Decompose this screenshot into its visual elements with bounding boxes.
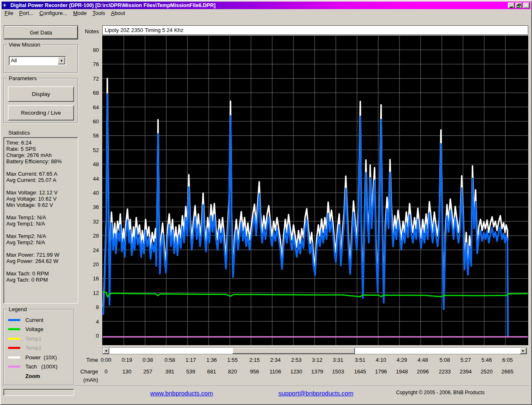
scroll-right-arrow-icon[interactable]: ► (520, 348, 527, 354)
y-axis-tick: 40 (93, 190, 99, 196)
y-axis-tick: 8 (96, 304, 99, 310)
y-axis-tick: 12 (93, 290, 99, 296)
menu-item-mode[interactable]: Mode (70, 9, 90, 17)
legend-item-label: Temp1 (25, 336, 42, 342)
website-link[interactable]: www.bnbproducts.com (150, 390, 213, 397)
parameters-group: Parameters Display Recording / Live (3, 78, 78, 123)
mission-select[interactable]: All ▼ (9, 56, 66, 65)
close-button[interactable]: × (523, 2, 530, 8)
y-axis-tick: 64 (93, 104, 99, 110)
menu-item-file[interactable]: File (2, 9, 16, 17)
time-tick: 0:19 (122, 357, 132, 363)
time-tick: 0:00 (101, 357, 111, 363)
notes-label: Notes (85, 28, 99, 34)
menu-item-port[interactable]: Port... (16, 9, 37, 17)
charge-axis-unit: (mAh) (80, 377, 98, 383)
y-axis-tick: 72 (93, 75, 99, 81)
time-tick-row: 0:000:190:380:581:171:361:552:152:342:53… (102, 357, 528, 363)
app-window: ✈ Digital Power Recorder (DPR-100) [D:\r… (0, 0, 532, 405)
title-bar[interactable]: ✈ Digital Power Recorder (DPR-100) [D:\r… (2, 2, 530, 9)
legend-swatch-voltage (8, 328, 20, 330)
time-tick: 3:31 (333, 357, 343, 363)
charge-tick: 1796 (375, 368, 387, 375)
chevron-down-icon[interactable]: ▼ (58, 57, 65, 64)
time-tick: 2:34 (270, 357, 281, 363)
time-tick: 6:05 (502, 357, 512, 363)
y-axis-tick: 28 (93, 233, 99, 239)
time-tick: 0:58 (165, 357, 175, 363)
y-axis-tick: 56 (93, 133, 99, 139)
y-axis-tick: 68 (93, 90, 99, 96)
legend-zoom-label[interactable]: Zoom (8, 371, 71, 381)
time-tick: 4:48 (418, 357, 428, 363)
time-tick: 2:53 (291, 357, 301, 363)
y-axis-tick: 20 (93, 261, 99, 268)
mission-selected-value: All (9, 56, 57, 65)
time-tick: 1:36 (206, 357, 217, 363)
legend-item-temp1[interactable]: Temp1 (8, 334, 71, 344)
minimize-icon (510, 7, 513, 7)
charge-tick-row: 0130257391539681820956110612301379150316… (102, 368, 528, 375)
menu-item-tools[interactable]: Tools (89, 9, 108, 17)
menu-item-configure[interactable]: Configure... (37, 9, 70, 17)
y-axis-tick: 4 (96, 318, 99, 324)
charge-tick: 0 (104, 368, 107, 375)
y-axis-tick: 36 (93, 204, 99, 210)
legend-item-label: Voltage (25, 326, 43, 332)
legend-item-voltage[interactable]: Voltage (8, 325, 71, 334)
charge-tick: 2665 (502, 368, 514, 375)
chart-horizontal-scrollbar[interactable]: ◄ ► (102, 347, 527, 354)
time-tick: 5:08 (439, 357, 450, 363)
charge-tick: 2394 (460, 368, 472, 375)
legend-item-power[interactable]: Power (10X) (8, 353, 71, 362)
charge-tick: 2520 (480, 368, 493, 375)
charge-tick: 539 (186, 368, 195, 375)
menu-item-about[interactable]: About (108, 9, 128, 17)
statistics-label: Statistics (8, 130, 30, 136)
chart-svg (102, 35, 528, 345)
display-button[interactable]: Display (8, 86, 74, 102)
charge-tick: 1948 (396, 368, 408, 375)
legend-item-current[interactable]: Current (8, 315, 71, 325)
time-tick: 4:29 (397, 357, 407, 363)
y-axis-tick: 60 (93, 118, 99, 125)
window-title: Digital Power Recorder (DPR-100) [D:\rc\… (10, 2, 216, 8)
minimize-button[interactable] (508, 2, 515, 8)
progress-bar (3, 389, 74, 396)
time-tick: 2:15 (249, 357, 260, 363)
legend-items: CurrentVoltageTemp1Temp2Power (10X)Tach … (8, 315, 71, 381)
charge-tick: 1379 (311, 368, 323, 375)
restore-button[interactable] (515, 2, 522, 8)
scroll-left-arrow-icon[interactable]: ◄ (103, 348, 109, 354)
view-mission-group: View Mission All ▼ (3, 44, 78, 73)
charge-tick: 1106 (270, 368, 281, 375)
legend-item-tach[interactable]: Tach (100X) (8, 362, 71, 372)
statistics-box: Time: 6:24 Rate: 5 SPS Charge: 2676 mAh … (3, 137, 78, 304)
notes-input[interactable]: Lipoly 20Z 2350 Timing 5 24 Khz (102, 25, 528, 35)
charge-tick: 257 (143, 368, 153, 375)
time-tick: 1:17 (185, 357, 196, 363)
y-axis-tick: 52 (93, 147, 99, 153)
charge-tick: 1645 (354, 368, 366, 375)
get-data-button[interactable]: Get Data (4, 26, 78, 39)
legend-item-label: Current (25, 317, 43, 323)
scrollbar-thumb[interactable] (232, 348, 355, 354)
legend-swatch-temp2 (8, 347, 20, 349)
y-axis-tick: 16 (93, 275, 99, 282)
chart-plot-area[interactable] (102, 35, 528, 345)
menu-bar: FilePort...Configure...ModeToolsAbout (2, 9, 530, 17)
support-email-link[interactable]: support@bnbproducts.com (278, 390, 353, 397)
legend-label: Legend (7, 306, 28, 312)
y-axis-tick: 0 (96, 333, 99, 339)
legend-item-temp2[interactable]: Temp2 (8, 344, 71, 353)
recording-live-button[interactable]: Recording / Live (8, 105, 74, 120)
legend-item-label: Temp2 (25, 345, 42, 351)
charge-tick: 2096 (417, 368, 429, 375)
y-axis-tick: 80 (93, 47, 99, 53)
charge-axis-label: Charge (80, 368, 98, 375)
legend-item-label: Tach (100X) (25, 363, 57, 370)
time-tick: 4:10 (376, 357, 386, 363)
legend-swatch-tach (8, 366, 20, 368)
close-icon: × (525, 3, 527, 7)
app-icon airplane-icon: ✈ (2, 2, 9, 8)
